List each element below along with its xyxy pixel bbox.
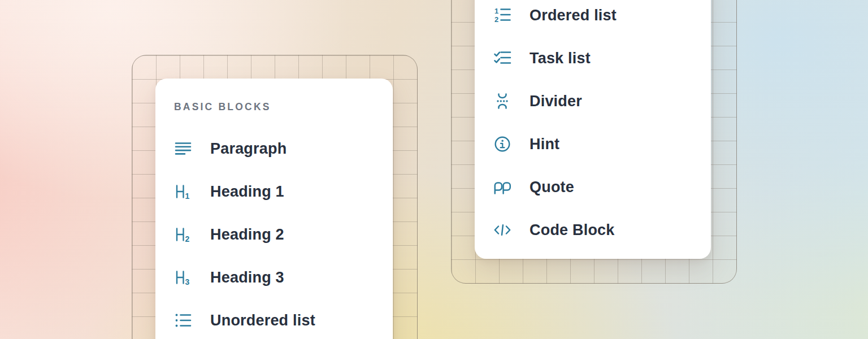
advanced-blocks-items: 12Ordered listTask listDividerHintQuoteC… — [475, 0, 711, 251]
svg-text:2: 2 — [185, 234, 190, 244]
menu-item-quote[interactable]: Quote — [475, 166, 711, 208]
svg-text:2: 2 — [494, 15, 498, 24]
menu-item-heading-2[interactable]: 2Heading 2 — [155, 213, 393, 256]
ordered-list-icon: 12 — [493, 6, 511, 24]
menu-item-label: Hint — [530, 136, 559, 153]
basic-blocks-items: Paragraph1Heading 12Heading 23Heading 3U… — [155, 127, 393, 339]
menu-item-heading-3[interactable]: 3Heading 3 — [155, 256, 393, 299]
code-block-icon — [493, 221, 511, 239]
menu-item-label: Ordered list — [530, 7, 617, 24]
menu-item-divider[interactable]: Divider — [475, 80, 711, 123]
menu-item-hint[interactable]: Hint — [475, 123, 711, 166]
menu-item-paragraph[interactable]: Paragraph — [155, 127, 393, 170]
advanced-blocks-menu: 12Ordered listTask listDividerHintQuoteC… — [475, 0, 711, 259]
menu-item-ordered-list[interactable]: 12Ordered list — [475, 0, 711, 37]
svg-text:1: 1 — [185, 192, 190, 201]
divider-icon — [493, 92, 511, 110]
menu-item-label: Heading 1 — [210, 183, 284, 201]
quote-icon — [493, 178, 511, 196]
menu-item-label: Quote — [530, 179, 574, 196]
menu-item-label: Code Block — [530, 221, 615, 239]
menu-item-label: Paragraph — [210, 140, 287, 158]
menu-item-unordered-list[interactable]: Unordered list — [155, 299, 393, 339]
menu-item-label: Divider — [530, 93, 582, 110]
menu-item-label: Heading 3 — [210, 269, 284, 286]
menu-item-label: Unordered list — [210, 312, 315, 329]
svg-text:3: 3 — [185, 277, 190, 286]
heading-1-icon: 1 — [174, 182, 192, 201]
paragraph-icon — [174, 140, 192, 158]
heading-2-icon: 2 — [174, 225, 192, 244]
heading-3-icon: 3 — [174, 268, 192, 286]
basic-blocks-header: BASIC BLOCKS — [174, 101, 393, 112]
unordered-list-icon — [174, 311, 192, 329]
editor-insert-block-hero: BASIC BLOCKS Paragraph1Heading 12Heading… — [0, 0, 868, 339]
menu-item-task-list[interactable]: Task list — [475, 37, 711, 80]
menu-item-label: Task list — [530, 50, 591, 67]
menu-item-label: Heading 2 — [210, 226, 284, 244]
svg-text:1: 1 — [494, 7, 498, 15]
task-list-icon — [493, 49, 511, 67]
hint-icon — [493, 135, 511, 153]
basic-blocks-menu: BASIC BLOCKS Paragraph1Heading 12Heading… — [155, 79, 393, 339]
menu-item-heading-1[interactable]: 1Heading 1 — [155, 170, 393, 213]
menu-item-code-block[interactable]: Code Block — [475, 208, 711, 251]
